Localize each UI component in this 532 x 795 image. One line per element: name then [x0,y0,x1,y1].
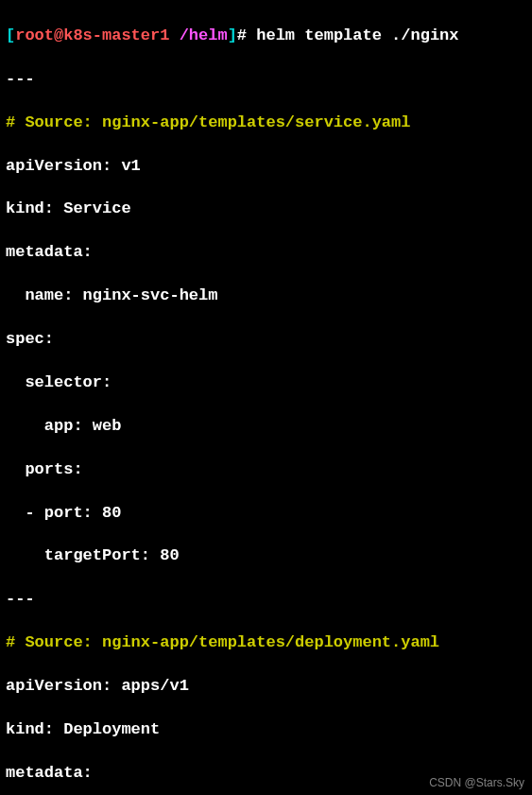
output-line: spec: [6,329,526,351]
output-line: # Source: nginx-app/templates/service.ya… [6,112,526,134]
output-line: # Source: nginx-app/templates/deployment… [6,632,526,654]
output-line: kind: Service [6,199,526,220]
prompt-line-1: [root@k8s-master1 /helm]# helm template … [6,26,526,47]
output-line: --- [6,69,526,91]
output-line: metadata: [6,242,526,264]
user-host: root@k8s-master1 [15,26,169,44]
path: /helm [180,26,228,44]
output-line: app: web [6,416,526,438]
bracket-close: ] [228,26,237,44]
output-line: apiVersion: v1 [6,156,526,178]
hash: # [237,26,256,44]
output-line: ports: [6,459,526,481]
terminal-output[interactable]: [root@k8s-master1 /helm]# helm template … [6,4,526,795]
output-line: --- [6,589,526,611]
output-line: targetPort: 80 [6,545,526,567]
command-text: helm template ./nginx [256,26,458,44]
output-line: apiVersion: apps/v1 [6,676,526,698]
output-line: - port: 80 [6,503,526,525]
watermark-text: CSDN @Stars.Sky [429,775,524,790]
output-line: selector: [6,372,526,394]
output-line: name: nginx-svc-helm [6,285,526,307]
bracket-open: [ [6,26,15,44]
output-line: kind: Deployment [6,719,526,741]
